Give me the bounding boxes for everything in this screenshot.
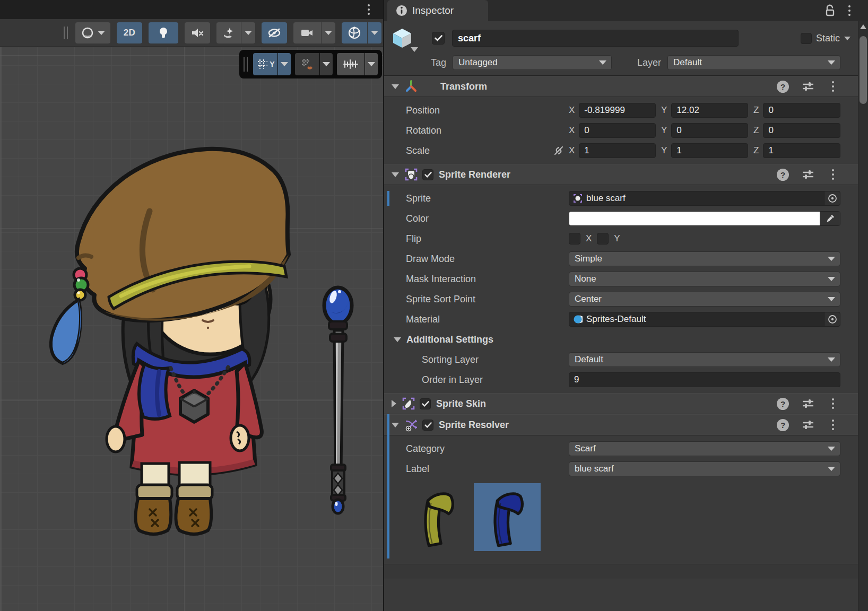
scroll-up-arrow[interactable] bbox=[860, 24, 866, 29]
scene-viewport[interactable]: Y bbox=[0, 47, 383, 611]
gizmos-dropdown-group bbox=[342, 22, 381, 43]
additional-settings-foldout[interactable]: Additional Settings bbox=[384, 329, 858, 350]
sprite-skin-foldout[interactable] bbox=[392, 400, 396, 407]
scale-x-field[interactable]: 1 bbox=[579, 143, 656, 158]
sorting-layer-dropdown[interactable]: Default bbox=[569, 352, 840, 367]
inspector-content: scarf Static Tag Untagged Layer Default bbox=[384, 21, 858, 611]
order-in-layer-field[interactable]: 9 bbox=[569, 372, 840, 387]
toolbar-drag-handle[interactable] bbox=[64, 27, 68, 39]
label-dropdown[interactable]: blue scarf bbox=[569, 461, 840, 476]
eyedropper-button[interactable] bbox=[820, 212, 840, 225]
sprite-renderer-enabled-checkbox[interactable] bbox=[422, 169, 433, 180]
snap-increment-arrow[interactable] bbox=[365, 53, 378, 75]
gizmos-button[interactable] bbox=[342, 22, 367, 43]
inspector-scrollbar[interactable] bbox=[858, 21, 868, 611]
sprite-renderer-header[interactable]: Sprite Renderer ? bbox=[384, 164, 858, 185]
transform-header[interactable]: Transform ? bbox=[384, 76, 858, 97]
sprite-skin-title: Sprite Skin bbox=[436, 398, 486, 409]
scale-y-field[interactable]: 1 bbox=[671, 143, 748, 158]
transform-foldout[interactable] bbox=[392, 84, 399, 89]
rotation-z-field[interactable]: 0 bbox=[763, 123, 840, 138]
staff-sprite[interactable] bbox=[324, 287, 352, 513]
gameobject-active-checkbox[interactable] bbox=[432, 32, 445, 45]
snap-increment-button[interactable] bbox=[337, 53, 364, 75]
material-object-field[interactable]: Sprites-Default bbox=[569, 312, 840, 327]
sprite-resolver-foldout[interactable] bbox=[392, 423, 399, 427]
mask-interaction-label: Mask Interaction bbox=[406, 274, 569, 285]
scene-camera-arrow[interactable] bbox=[322, 22, 335, 43]
scene-lighting-button[interactable] bbox=[149, 22, 178, 43]
sprite-renderer-kebab-icon[interactable] bbox=[827, 168, 839, 181]
presets-icon[interactable] bbox=[802, 419, 814, 431]
draw-mode-label: Draw Mode bbox=[406, 254, 569, 265]
help-icon[interactable]: ? bbox=[777, 398, 789, 410]
tab-inspector[interactable]: Inspector bbox=[387, 0, 488, 21]
help-icon[interactable]: ? bbox=[777, 419, 789, 431]
scene-effects-button[interactable] bbox=[216, 22, 241, 43]
sprite-sort-point-dropdown[interactable]: Center bbox=[569, 292, 840, 307]
sprite-resolver-header[interactable]: Sprite Resolver ? bbox=[384, 414, 858, 435]
character-sprite[interactable] bbox=[51, 149, 289, 534]
mask-interaction-dropdown[interactable]: None bbox=[569, 272, 840, 286]
sprite-resolver-enabled-checkbox[interactable] bbox=[422, 420, 433, 431]
presets-icon[interactable] bbox=[802, 169, 814, 180]
position-z-field[interactable]: 0 bbox=[763, 103, 840, 118]
sprite-skin-enabled-checkbox[interactable] bbox=[420, 398, 431, 409]
scene-camera-button[interactable] bbox=[293, 22, 321, 43]
help-icon[interactable]: ? bbox=[777, 169, 789, 181]
snapbar-drag-handle[interactable] bbox=[244, 57, 248, 72]
grid-visibility-group: Y bbox=[253, 53, 291, 75]
scale-link-broken-icon[interactable] bbox=[553, 145, 565, 156]
gameobject-name-field[interactable]: scarf bbox=[452, 30, 739, 47]
draw-mode-dropdown[interactable]: Simple bbox=[569, 251, 840, 266]
rotation-y-field[interactable]: 0 bbox=[671, 123, 748, 138]
sprite-object-field[interactable]: blue scarf bbox=[569, 191, 840, 206]
presets-icon[interactable] bbox=[802, 398, 814, 409]
grid-visibility-arrow[interactable] bbox=[278, 53, 291, 75]
hat-feather bbox=[51, 300, 81, 363]
grid-snapping-button[interactable] bbox=[295, 53, 319, 75]
sprite-resolver-section: Sprite Resolver ? Category Sc bbox=[384, 414, 858, 558]
flip-y-checkbox[interactable] bbox=[597, 233, 609, 245]
rotation-x-field[interactable]: 0 bbox=[579, 123, 656, 138]
grid-visibility-button[interactable]: Y bbox=[253, 53, 277, 75]
static-dropdown-arrow[interactable] bbox=[844, 37, 850, 40]
static-checkbox[interactable] bbox=[801, 33, 812, 44]
2d-mode-button[interactable]: 2D bbox=[117, 22, 142, 43]
shading-mode-dropdown[interactable] bbox=[75, 22, 110, 43]
gizmos-arrow[interactable] bbox=[368, 22, 381, 43]
presets-icon[interactable] bbox=[802, 81, 814, 92]
sprite-variant-blue-scarf-selected[interactable] bbox=[474, 483, 541, 551]
scale-z-field[interactable]: 1 bbox=[763, 143, 840, 158]
sprite-skin-header[interactable]: Sprite Skin ? bbox=[384, 393, 858, 414]
tag-dropdown[interactable]: Untagged bbox=[453, 55, 612, 70]
sprite-sort-point-label: Sprite Sort Point bbox=[406, 294, 569, 305]
object-picker-button[interactable] bbox=[824, 191, 840, 205]
check-icon bbox=[435, 35, 442, 41]
color-swatch[interactable] bbox=[569, 212, 820, 225]
transform-kebab-icon[interactable] bbox=[827, 80, 839, 93]
object-picker-button[interactable] bbox=[824, 312, 840, 326]
position-y-field[interactable]: 12.02 bbox=[671, 103, 748, 118]
lock-icon[interactable] bbox=[824, 4, 835, 17]
help-icon[interactable]: ? bbox=[777, 81, 789, 93]
color-field[interactable] bbox=[569, 211, 840, 226]
position-x-field[interactable]: -0.819999 bbox=[579, 103, 656, 118]
sprite-resolver-kebab-icon[interactable] bbox=[827, 418, 839, 432]
category-dropdown[interactable]: Scarf bbox=[569, 441, 840, 456]
scene-menu-kebab-icon[interactable] bbox=[363, 3, 375, 16]
hidden-objects-button[interactable] bbox=[262, 22, 287, 43]
gameobject-foldout[interactable] bbox=[411, 47, 418, 52]
flip-x-checkbox[interactable] bbox=[569, 233, 580, 245]
sprite-variant-yellow-scarf[interactable] bbox=[404, 483, 471, 551]
grid-snapping-arrow[interactable] bbox=[320, 53, 333, 75]
sprite-skin-kebab-icon[interactable] bbox=[827, 397, 839, 411]
inspector-menu-kebab-icon[interactable] bbox=[844, 4, 855, 18]
scrollbar-thumb[interactable] bbox=[860, 36, 867, 104]
sprite-renderer-foldout[interactable] bbox=[392, 172, 399, 177]
scene-effects-arrow[interactable] bbox=[241, 22, 255, 43]
layer-dropdown[interactable]: Default bbox=[667, 55, 840, 70]
inspector-bottom-strip bbox=[384, 564, 858, 579]
scene-audio-button[interactable] bbox=[185, 22, 210, 43]
sprite-label: Sprite bbox=[406, 193, 569, 204]
